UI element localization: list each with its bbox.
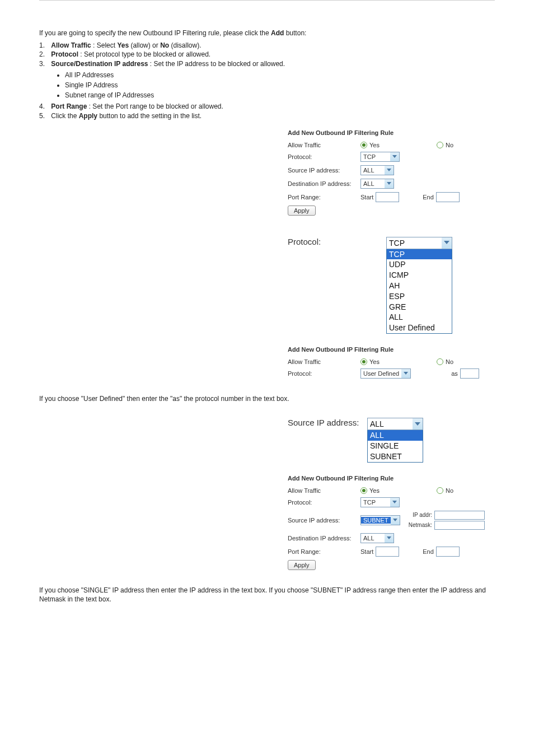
srcip-label-big: Source IP address: [288, 418, 359, 427]
step1-d: (allow) or [130, 41, 160, 49]
step5-b: Apply [79, 112, 97, 120]
panel3-no-radio[interactable]: No [437, 487, 453, 494]
opt-gre[interactable]: GRE [387, 302, 452, 312]
bullet-subnet: Subnet range of IP Addresses [65, 91, 495, 100]
no-label: No [446, 142, 453, 148]
srcip-selected-big: ALL [368, 419, 413, 428]
chevron-down-icon [442, 237, 452, 249]
panel3: Add New Outbound IP Filtering Rule Allow… [288, 473, 485, 576]
panel1-no-radio[interactable]: No [437, 142, 453, 148]
radio-on-icon [360, 358, 367, 365]
as-label: as [451, 370, 458, 377]
intro3-text: If you choose "SINGLE" IP address then e… [39, 586, 486, 603]
apply-button[interactable]: Apply [288, 560, 316, 570]
radio-on-icon [360, 142, 367, 148]
panel1-srcip-label: Source IP address: [288, 167, 360, 174]
no-label: No [446, 487, 453, 494]
svg-marker-8 [387, 536, 391, 539]
opt-single[interactable]: SINGLE [368, 441, 423, 451]
yes-label: Yes [369, 358, 380, 365]
ipaddr-input[interactable] [434, 511, 485, 520]
panel1: Add New Outbound IP Filtering Rule Allow… [288, 127, 485, 221]
panel3-port-label: Port Range: [288, 548, 360, 555]
panel3-yes-radio[interactable]: Yes [360, 487, 380, 494]
srcip-select-big[interactable]: ALL [367, 418, 423, 430]
intro-line1-a: If you are going to specify the new Outb… [39, 29, 271, 37]
svg-marker-7 [393, 519, 397, 521]
opt-all[interactable]: ALL [387, 312, 452, 323]
end-label: End [423, 194, 434, 200]
as-input[interactable] [460, 368, 479, 379]
no-label: No [446, 358, 453, 365]
step1-c: Yes [117, 41, 129, 49]
intro-text: If you are going to specify the new Outb… [39, 29, 495, 120]
panel1-dstip-select[interactable]: ALL [360, 179, 394, 189]
step5-num: 5. [39, 111, 49, 120]
panel1-srcip-select[interactable]: ALL [360, 165, 394, 175]
panel1-yes-radio[interactable]: Yes [360, 142, 380, 148]
protocol-dropdown-list[interactable]: TCP UDP ICMP AH ESP GRE ALL User Defined [386, 249, 452, 334]
protocol-value: TCP [361, 153, 390, 160]
netmask-input[interactable] [434, 521, 485, 530]
panel1-title: Add New Outbound IP Filtering Rule [288, 129, 485, 136]
panel3-allow-label: Allow Traffic [288, 487, 360, 494]
srcip-dropdown-figure: Source IP address: ALL ALL SINGLE SUBNET [288, 418, 423, 462]
chevron-down-icon [413, 418, 423, 430]
opt-icmp[interactable]: ICMP [387, 270, 452, 281]
svg-marker-2 [387, 182, 391, 185]
step2-a: Protocol [51, 50, 78, 58]
chevron-down-icon [385, 179, 394, 188]
chevron-down-icon [385, 166, 394, 175]
step5-a: Click the [51, 112, 78, 120]
panel2-title: Add New Outbound IP Filtering Rule [288, 346, 485, 353]
panel2-protocol-label: Protocol: [288, 370, 360, 377]
panel2: Add New Outbound IP Filtering Rule Allow… [288, 344, 485, 384]
opt-udp[interactable]: UDP [387, 259, 452, 270]
svg-marker-1 [387, 169, 391, 171]
opt-subnet[interactable]: SUBNET [368, 451, 423, 462]
bullet-single: Single IP Address [65, 81, 495, 90]
panel1-protocol-select[interactable]: TCP [360, 152, 400, 162]
dstip-value: ALL [361, 535, 385, 542]
port-end-input[interactable] [436, 547, 460, 557]
page: If you are going to specify the new Outb… [39, 0, 495, 604]
panel2-no-radio[interactable]: No [437, 358, 453, 365]
opt-userdefined[interactable]: User Defined [387, 323, 452, 333]
opt-ah[interactable]: AH [387, 281, 452, 291]
port-start-input[interactable] [376, 192, 399, 202]
opt-tcp[interactable]: TCP [387, 249, 452, 260]
start-label: Start [360, 548, 373, 555]
step3-bullets: All IP Addresses Single IP Address Subne… [65, 71, 495, 100]
protocol-selected-big: TCP [387, 239, 442, 248]
port-end-input[interactable] [436, 192, 460, 202]
panel3-protocol-select[interactable]: TCP [360, 497, 400, 507]
chevron-down-icon [391, 516, 400, 525]
step1-a: Allow Traffic [51, 41, 91, 49]
radio-on-icon [360, 487, 367, 494]
intro2-text: If you choose "User Defined" then enter … [39, 395, 289, 403]
srcip-dropdown-list[interactable]: ALL SINGLE SUBNET [367, 430, 423, 462]
step1-e: No [160, 41, 169, 49]
step1-num: 1. [39, 41, 49, 50]
port-start-input[interactable] [376, 547, 399, 557]
protocol-select-big[interactable]: TCP [386, 237, 452, 249]
panel2-yes-radio[interactable]: Yes [360, 358, 380, 365]
step5-c: button to add the setting in the list. [99, 112, 202, 120]
end-label: End [423, 548, 434, 555]
opt-esp[interactable]: ESP [387, 291, 452, 302]
panel3-dstip-select[interactable]: ALL [360, 533, 394, 543]
panel3-srcip-select[interactable]: SUBNET [360, 515, 400, 525]
step4-b: : Set the Port range to be blocked or al… [89, 102, 223, 110]
svg-marker-3 [444, 241, 449, 244]
panel2-protocol-select[interactable]: User Defined [360, 368, 411, 379]
step3-a: Source/Destination IP address [51, 60, 148, 68]
intro-line1-c: button: [286, 29, 307, 37]
protocol-value: TCP [361, 499, 390, 506]
bullet-all: All IP Addresses [65, 71, 495, 80]
opt-all[interactable]: ALL [368, 430, 423, 441]
apply-button[interactable]: Apply [288, 206, 316, 216]
yes-label: Yes [369, 487, 380, 494]
ipaddr-label: IP addr: [407, 512, 432, 518]
svg-marker-6 [392, 501, 397, 503]
panel3-srcip-label: Source IP address: [288, 517, 360, 524]
